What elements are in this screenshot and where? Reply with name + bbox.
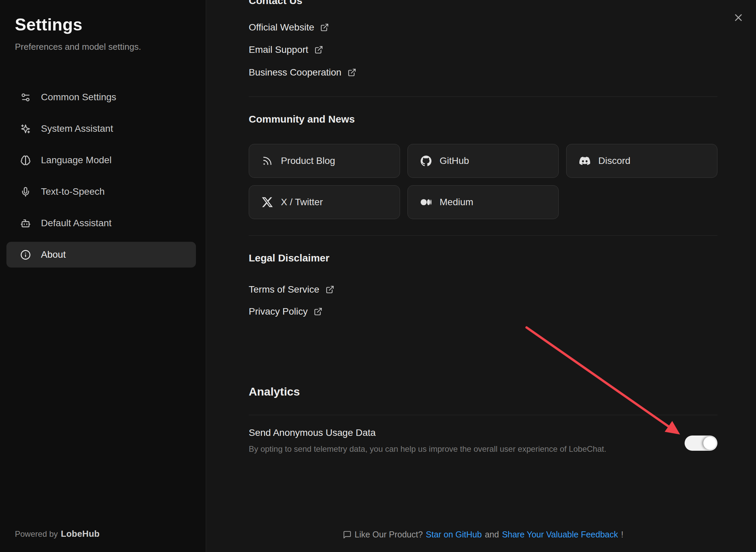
external-link-icon [314, 45, 323, 54]
medium-button[interactable]: Medium [407, 185, 559, 219]
button-label: Medium [440, 197, 473, 208]
email-support-link[interactable]: Email Support [249, 44, 323, 56]
mic-icon [20, 187, 31, 197]
sparkles-icon [20, 124, 31, 134]
usage-data-description: By opting to send telemetry data, you ca… [249, 444, 606, 454]
close-button[interactable] [731, 10, 746, 25]
discord-icon [579, 155, 590, 166]
star-on-github-link[interactable]: Star on GitHub [426, 530, 482, 539]
divider [249, 97, 717, 97]
usage-data-label: Send Anonymous Usage Data [249, 427, 376, 438]
sidebar-item-label: Common Settings [41, 92, 116, 103]
brain-icon [20, 155, 31, 166]
footer-text: Like Our Product? [355, 530, 423, 539]
link-label: Business Cooperation [249, 67, 341, 78]
link-label: Email Support [249, 44, 308, 55]
button-label: Product Blog [281, 155, 335, 166]
footer-text: and [485, 530, 499, 539]
sidebar-item-label: About [41, 249, 66, 260]
link-label: Official Website [249, 22, 314, 33]
sidebar-item-about[interactable]: About [6, 242, 196, 268]
settings-nav: Common Settings System Assistant Languag… [0, 84, 206, 268]
bot-icon [20, 218, 31, 229]
footer-note: Like Our Product? Star on GitHub and Sha… [249, 530, 717, 539]
x-twitter-icon [262, 197, 273, 208]
external-link-icon [320, 23, 329, 32]
powered-by: Powered byLobeHub [15, 529, 100, 539]
analytics-heading: Analytics [249, 384, 300, 399]
community-heading: Community and News [249, 113, 355, 125]
link-label: Terms of Service [249, 284, 319, 295]
x-twitter-button[interactable]: X / Twitter [249, 185, 400, 219]
privacy-policy-link[interactable]: Privacy Policy [249, 306, 323, 317]
button-label: GitHub [440, 155, 469, 166]
product-blog-button[interactable]: Product Blog [249, 144, 400, 178]
sliders-icon [20, 92, 31, 103]
settings-sidebar: Settings Preferences and model settings.… [0, 0, 206, 552]
sidebar-item-label: Language Model [41, 155, 112, 166]
info-icon [20, 250, 31, 260]
link-label: Privacy Policy [249, 306, 308, 317]
sidebar-item-common-settings[interactable]: Common Settings [6, 84, 196, 110]
about-panel: Contact Us Official Website Email Suppor… [206, 0, 756, 552]
legal-heading: Legal Disclaimer [249, 252, 329, 264]
message-square-icon [343, 530, 352, 539]
close-icon [733, 12, 744, 23]
business-cooperation-link[interactable]: Business Cooperation [249, 67, 356, 78]
external-link-icon [314, 307, 323, 316]
external-link-icon [348, 68, 356, 77]
community-buttons: Product Blog GitHub Discord X / Twitter … [249, 144, 719, 219]
sidebar-item-label: Default Assistant [41, 218, 112, 229]
terms-of-service-link[interactable]: Terms of Service [249, 284, 334, 295]
official-website-link[interactable]: Official Website [249, 22, 329, 33]
button-label: X / Twitter [281, 197, 323, 208]
sidebar-header: Settings Preferences and model settings. [0, 0, 206, 52]
usage-data-toggle[interactable] [685, 436, 717, 451]
divider [249, 415, 717, 415]
powered-by-label: Powered by [15, 529, 58, 538]
settings-window: Settings Preferences and model settings.… [0, 0, 756, 552]
medium-icon [421, 197, 431, 208]
contact-heading: Contact Us [249, 0, 302, 7]
page-subtitle: Preferences and model settings. [15, 41, 191, 52]
sidebar-item-language-model[interactable]: Language Model [6, 147, 196, 173]
github-icon [421, 155, 431, 166]
button-label: Discord [598, 155, 630, 166]
sidebar-item-system-assistant[interactable]: System Assistant [6, 116, 196, 142]
page-title: Settings [15, 15, 191, 35]
sidebar-item-label: System Assistant [41, 123, 113, 134]
footer-text: ! [621, 530, 623, 539]
sidebar-item-label: Text-to-Speech [41, 186, 105, 197]
external-link-icon [326, 285, 334, 294]
sidebar-item-default-assistant[interactable]: Default Assistant [6, 210, 196, 236]
sidebar-item-text-to-speech[interactable]: Text-to-Speech [6, 179, 196, 205]
github-button[interactable]: GitHub [407, 144, 559, 178]
rss-icon [262, 155, 273, 166]
toggle-knob [703, 437, 716, 450]
divider [249, 235, 717, 236]
lobehub-logo[interactable]: LobeHub [61, 529, 100, 539]
share-feedback-link[interactable]: Share Your Valuable Feedback [502, 530, 618, 539]
discord-button[interactable]: Discord [566, 144, 717, 178]
